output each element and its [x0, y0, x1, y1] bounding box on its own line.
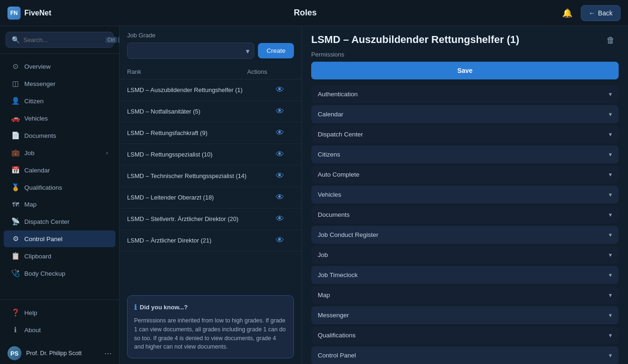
view-role-button[interactable]: 👁: [266, 85, 294, 95]
citizen-icon: 👤: [11, 97, 20, 105]
perm-item-citizens[interactable]: Citizens ▾: [311, 145, 619, 164]
app-name: FiveNet: [24, 9, 51, 17]
view-role-button[interactable]: 👁: [266, 193, 294, 202]
content: Job Grade ▾ Create Rank Actions LSMD – A…: [120, 26, 628, 364]
perm-label: Calendar: [318, 111, 343, 118]
info-box-title: ℹ Did you know...?: [134, 302, 287, 313]
perm-label: Map: [318, 292, 330, 299]
sidebar-item-label: About: [24, 327, 41, 334]
perm-chevron-icon: ▾: [609, 211, 612, 218]
user-name: Prof. Dr. Philipp Scott: [26, 350, 100, 357]
view-role-button[interactable]: 👁: [266, 236, 294, 245]
table-row: LSMD – Rettungsspezialist (10) 👁: [120, 144, 301, 165]
sidebar-item-job[interactable]: 💼 Job ›: [4, 144, 115, 161]
sidebar-item-label: Messenger: [24, 80, 56, 87]
messenger-icon: ◫: [11, 79, 20, 88]
back-arrow-icon: ←: [589, 9, 595, 17]
info-box: ℹ Did you know...? Permissions are inher…: [127, 295, 294, 359]
job-grade-row: ▾ Create: [120, 43, 301, 64]
perm-subtitle: Permissions: [302, 51, 628, 62]
perm-item-documents[interactable]: Documents ▾: [311, 206, 619, 224]
perm-item-authentication[interactable]: Authentication ▾: [311, 85, 619, 103]
perm-item-job-conduct-register[interactable]: Job Conduct Register ▾: [311, 226, 619, 244]
table-row: LSMD – Auszubildender Rettungshelfer (1)…: [120, 79, 301, 101]
search-input[interactable]: [23, 36, 102, 43]
perm-label: Job: [318, 251, 328, 258]
sidebar-item-label: Body Checkup: [24, 270, 65, 277]
perm-label: Job Timeclock: [318, 271, 358, 278]
save-button[interactable]: Save: [311, 62, 619, 79]
perm-item-qualifications[interactable]: Qualifications ▾: [311, 326, 619, 344]
documents-icon: 📄: [11, 131, 20, 140]
perm-item-auto-complete[interactable]: Auto Complete ▾: [311, 165, 619, 184]
perm-item-dispatch-center[interactable]: Dispatch Center ▾: [311, 125, 619, 143]
sidebar-item-label: Dispatch Center: [24, 218, 70, 225]
sidebar-item-help[interactable]: ❓ Help: [4, 304, 115, 321]
create-button[interactable]: Create: [258, 43, 294, 58]
perm-item-control-panel[interactable]: Control Panel ▾: [311, 346, 619, 364]
grade-select-wrapper: ▾: [127, 43, 254, 59]
sidebar-item-about[interactable]: ℹ About: [4, 321, 115, 338]
body-checkup-icon: 🩺: [11, 269, 20, 278]
sidebar-search: 🔍 Ctrl K: [0, 26, 119, 54]
overview-icon: ⊙: [11, 62, 20, 71]
perm-item-job-timeclock[interactable]: Job Timeclock ▾: [311, 266, 619, 284]
search-icon: 🔍: [12, 36, 20, 43]
search-box[interactable]: 🔍 Ctrl K: [6, 32, 114, 48]
perm-label: Documents: [318, 211, 350, 218]
view-role-button[interactable]: 👁: [266, 171, 294, 181]
view-role-button[interactable]: 👁: [266, 214, 294, 224]
view-role-button[interactable]: 👁: [266, 150, 294, 159]
sidebar-item-dispatch-center[interactable]: 📡 Dispatch Center: [4, 213, 115, 230]
view-role-button[interactable]: 👁: [266, 128, 294, 138]
about-icon: ℹ: [11, 326, 20, 334]
sidebar-item-label: Map: [24, 201, 36, 208]
sidebar-item-label: Qualifications: [24, 184, 62, 191]
qualifications-icon: 🏅: [11, 183, 20, 192]
grade-select[interactable]: [127, 43, 254, 59]
perm-title: LSMD – Auszubildender Rettungshelfer (1): [311, 34, 519, 46]
perm-label: Vehicles: [318, 191, 341, 198]
topbar: FN FiveNet Roles 🔔 ← Back: [0, 0, 628, 26]
sidebar-item-body-checkup[interactable]: 🩺 Body Checkup: [4, 265, 115, 282]
user-row[interactable]: PS Prof. Dr. Philipp Scott ⋯: [0, 343, 119, 364]
sidebar-item-label: Overview: [24, 63, 50, 70]
roles-list: LSMD – Auszubildender Rettungshelfer (1)…: [120, 79, 301, 290]
job-grade-label: Job Grade: [120, 26, 301, 43]
sidebar-item-map[interactable]: 🗺 Map: [4, 196, 115, 213]
back-button[interactable]: ← Back: [581, 5, 621, 21]
sidebar-item-documents[interactable]: 📄 Documents: [4, 127, 115, 144]
table-row: LSMD – Stellvertr. Ärztlicher Direktor (…: [120, 208, 301, 230]
notification-button[interactable]: 🔔: [559, 5, 575, 21]
sidebar-item-vehicles[interactable]: 🚗 Vehicles: [4, 110, 115, 127]
perm-chevron-icon: ▾: [609, 312, 612, 319]
sidebar-item-label: Documents: [24, 132, 56, 139]
roles-panel: Job Grade ▾ Create Rank Actions LSMD – A…: [120, 26, 302, 364]
sidebar-item-calendar[interactable]: 📅 Calendar: [4, 162, 115, 178]
sidebar-item-overview[interactable]: ⊙ Overview: [4, 58, 115, 75]
perm-item-calendar[interactable]: Calendar ▾: [311, 105, 619, 123]
delete-button[interactable]: 🗑: [603, 34, 619, 47]
perm-item-job[interactable]: Job ▾: [311, 246, 619, 264]
perm-item-map[interactable]: Map ▾: [311, 286, 619, 304]
view-role-button[interactable]: 👁: [266, 107, 294, 116]
sidebar-item-messenger[interactable]: ◫ Messenger: [4, 75, 115, 92]
table-row: LSMD – Leitender Oberarzt (18) 👁: [120, 187, 301, 208]
perm-chevron-icon: ▾: [609, 191, 612, 198]
sidebar-item-qualifications[interactable]: 🏅 Qualifications: [4, 179, 115, 196]
expand-icon: ›: [106, 150, 108, 156]
perm-item-messenger[interactable]: Messenger ▾: [311, 306, 619, 324]
sidebar-item-control-panel[interactable]: ⚙ Control Panel: [4, 230, 115, 247]
info-icon: ℹ: [134, 302, 137, 313]
user-more-icon[interactable]: ⋯: [104, 349, 112, 358]
main-layout: 🔍 Ctrl K ⊙ Overview ◫ Messenger 👤 Citize…: [0, 26, 628, 364]
calendar-icon: 📅: [11, 166, 20, 174]
sidebar-item-clipboard[interactable]: 📋 Clipboard: [4, 248, 115, 264]
role-name: LSMD – Leitender Oberarzt (18): [127, 194, 266, 201]
app-logo: FN: [7, 7, 21, 20]
map-icon: 🗺: [11, 200, 20, 208]
perm-item-vehicles[interactable]: Vehicles ▾: [311, 186, 619, 204]
table-row: LSMD – Notfallsanitäter (5) 👁: [120, 101, 301, 122]
perm-chevron-icon: ▾: [609, 231, 612, 238]
sidebar-item-citizen[interactable]: 👤 Citizen: [4, 93, 115, 109]
